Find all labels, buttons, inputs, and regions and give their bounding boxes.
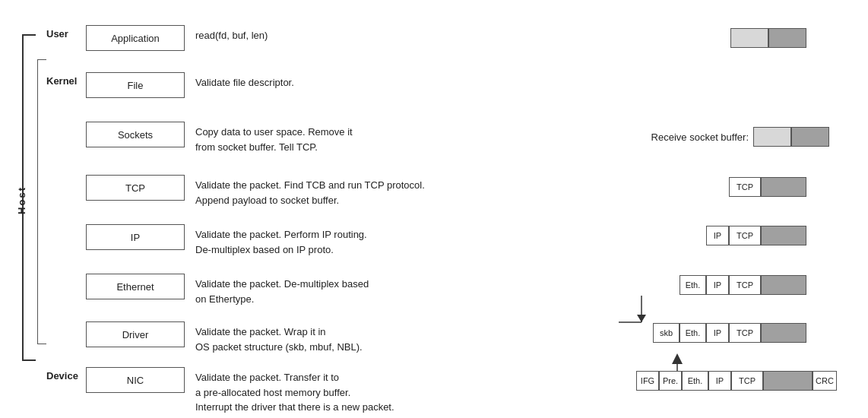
pkt-socket-dark: [791, 127, 829, 147]
desc-sockets: Copy data to user space. Remove itfrom s…: [195, 122, 353, 154]
desc-application: read(fd, buf, len): [195, 25, 268, 43]
desc-ip: Validate the packet. Perform IP routing.…: [195, 224, 367, 257]
svg-marker-3: [672, 353, 683, 364]
packet-tcp: TCP: [729, 177, 806, 197]
box-file: File: [86, 72, 185, 98]
pkt-ip-dark: [761, 226, 806, 245]
pkt-tcp-label: TCP: [729, 177, 761, 197]
box-ethernet: Ethernet: [86, 274, 185, 299]
pkt-ip-tcp: TCP: [729, 226, 761, 245]
label-driver-empty: [46, 321, 86, 325]
arrow-up-svg: [670, 353, 685, 372]
box-nic: NIC: [86, 367, 185, 393]
box-ip: IP: [86, 224, 185, 250]
arrow-down-indicator: [611, 296, 672, 374]
pkt-drv-dark: [761, 323, 806, 343]
label-tcp-empty: [46, 175, 86, 178]
row-nic: Device NIC Validate the packet. Transfer…: [46, 367, 394, 415]
label-kernel: Kernel: [46, 72, 86, 87]
pkt-eth-ip: IP: [706, 275, 729, 295]
receive-socket-label: Receive socket buffer:: [651, 131, 749, 143]
packet-nic: IFG Pre. Eth. IP TCP CRC: [636, 371, 837, 391]
pkt-drv-tcp: TCP: [729, 323, 761, 343]
pkt-nic-ifg: IFG: [636, 371, 659, 391]
pkt-app-light: [730, 28, 768, 48]
row-ethernet: Ethernet Validate the packet. De-multipl…: [46, 274, 369, 306]
box-application: Application: [86, 25, 185, 51]
packet-driver: skb Eth. IP TCP: [653, 323, 806, 343]
pkt-drv-ip: IP: [706, 323, 729, 343]
label-user: User: [46, 25, 86, 40]
packet-ip: IP TCP: [706, 226, 806, 245]
label-device: Device: [46, 367, 86, 382]
pkt-drv-eth: Eth.: [680, 323, 706, 343]
desc-ethernet: Validate the packet. De-multiplex basedo…: [195, 274, 369, 306]
pkt-socket-light: [753, 127, 791, 147]
pkt-nic-pre: Pre.: [659, 371, 682, 391]
row-sockets: Sockets Copy data to user space. Remove …: [46, 122, 353, 154]
row-driver: Driver Validate the packet. Wrap it inOS…: [46, 321, 363, 354]
pkt-ip-label: IP: [706, 226, 729, 245]
row-tcp: TCP Validate the packet. Find TCB and ru…: [46, 175, 425, 207]
pkt-nic-eth: Eth.: [682, 371, 708, 391]
pkt-eth-dark: [761, 275, 806, 295]
pkt-nic-dark: [763, 371, 813, 391]
label-sockets-empty: [46, 122, 86, 125]
host-label: Host: [16, 186, 27, 214]
pkt-nic-crc: CRC: [813, 371, 837, 391]
pkt-app-dark: [768, 28, 806, 48]
row-file: Kernel File Validate file descriptor.: [46, 72, 294, 98]
pkt-nic-ip: IP: [708, 371, 731, 391]
connector-svg: [611, 296, 672, 372]
pkt-eth-label: Eth.: [680, 275, 706, 295]
packet-eth: Eth. IP TCP: [680, 275, 806, 295]
desc-file: Validate file descriptor.: [195, 72, 294, 90]
label-ip-empty: [46, 224, 86, 227]
label-ethernet-empty: [46, 274, 86, 277]
box-sockets: Sockets: [86, 122, 185, 147]
kernel-brace: [37, 59, 46, 344]
packet-app: [730, 28, 806, 48]
box-tcp: TCP: [86, 175, 185, 201]
pkt-tcp-dark: [761, 177, 806, 197]
desc-driver: Validate the packet. Wrap it inOS packet…: [195, 321, 363, 354]
main-diagram: Host User Application read(fd, buf, len)…: [16, 11, 852, 407]
packet-socket: Receive socket buffer:: [651, 127, 829, 147]
svg-marker-2: [637, 315, 646, 322]
pkt-eth-tcp: TCP: [729, 275, 761, 295]
desc-tcp: Validate the packet. Find TCB and run TC…: [195, 175, 425, 207]
desc-nic: Validate the packet. Transfer it toa pre…: [195, 367, 394, 415]
row-application: User Application read(fd, buf, len): [46, 25, 268, 51]
row-ip: IP Validate the packet. Perform IP routi…: [46, 224, 367, 257]
box-driver: Driver: [86, 321, 185, 347]
pkt-nic-tcp: TCP: [731, 371, 763, 391]
